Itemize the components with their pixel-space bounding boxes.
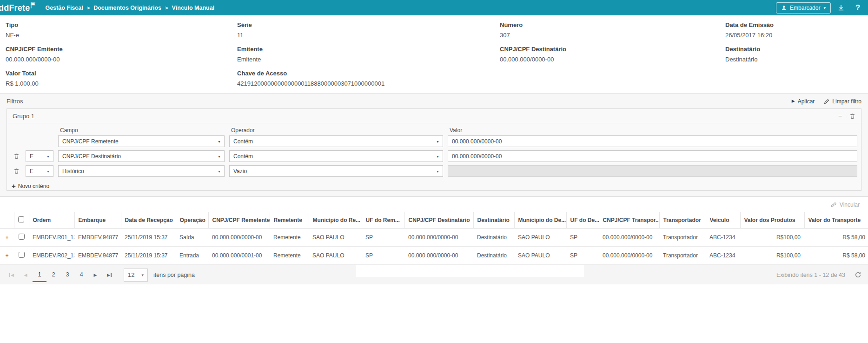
table-row[interactable]: + EMBDEV.R01_13 EMBDEV.94877 25/11/2019 … [0, 229, 868, 247]
page-3-button[interactable]: 3 [60, 268, 74, 282]
row-checkbox[interactable] [19, 252, 25, 258]
column-header-cnpj-remetente[interactable]: CNPJ/CPF Remetente [208, 212, 270, 229]
help-icon: ? [855, 3, 860, 13]
previous-page-button[interactable]: ◀ [19, 269, 33, 282]
breadcrumb-separator-icon: > [165, 5, 168, 11]
filter-group-header: Grupo 1 − [7, 109, 861, 123]
cell-cnpj-destinatario: 00.000.000/0000-00 [404, 229, 473, 247]
apply-filter-button[interactable]: ▶ Aplicar [792, 98, 815, 105]
breadcrumb-item-gestao-fiscal[interactable]: Gestão Fiscal [45, 5, 83, 11]
field-value: Emitente [237, 56, 500, 63]
filter-operator-select[interactable]: Contém [229, 150, 443, 162]
cell-valor-transporte: R$ 58,00 [804, 247, 868, 265]
new-criteria-button[interactable]: + Novo critério [12, 182, 49, 189]
operator-column-label: Operador [229, 127, 443, 134]
column-header-destinatario[interactable]: Destinatário [473, 212, 514, 229]
row-checkbox-cell [14, 247, 29, 265]
vincular-button[interactable]: Vincular [830, 202, 860, 208]
cell-municipio-remetente: SAO PAULO [309, 247, 362, 265]
cell-municipio-remetente: SAO PAULO [309, 229, 362, 247]
refresh-button[interactable] [855, 271, 861, 278]
clear-filter-button[interactable]: Limpar filtro [824, 98, 861, 105]
row-checkbox-cell [14, 229, 29, 247]
cell-cnpj-transportador: 00.000.000/0000-00 [599, 247, 659, 265]
column-header-municipio-remetente[interactable]: Município do Re... [309, 212, 362, 229]
column-header-ordem[interactable]: Ordem [29, 212, 74, 229]
first-page-button[interactable]: ◀ [5, 269, 19, 282]
column-header-uf-remetente[interactable]: UF do Rem... [362, 212, 404, 229]
page-2-button[interactable]: 2 [46, 268, 60, 282]
filter-value-input[interactable] [448, 135, 857, 147]
filter-conjunction-select[interactable]: E [26, 165, 53, 177]
select-all-header [14, 212, 29, 229]
breadcrumb-separator-icon: > [87, 5, 90, 11]
help-button[interactable]: ? [851, 1, 864, 14]
page-1-button[interactable]: 1 [33, 268, 46, 282]
column-header-uf-destinatario[interactable]: UF do De... [566, 212, 599, 229]
select-all-checkbox[interactable] [18, 216, 24, 222]
filter-conjunction-select[interactable]: E [26, 150, 53, 162]
filter-field-select[interactable]: CNPJ/CPF Remetente [58, 135, 225, 147]
page-4-button[interactable]: 4 [74, 268, 88, 282]
delete-group-button[interactable] [849, 113, 855, 119]
breadcrumb-item-vinculo-manual[interactable]: Vínculo Manual [172, 5, 214, 11]
cell-veiculo: ABC-1234 [706, 247, 740, 265]
cell-valor-produtos: R$100,00 [740, 247, 804, 265]
breadcrumb: Gestão Fiscal > Documentos Originários >… [45, 5, 214, 11]
filter-value-input[interactable] [448, 150, 857, 162]
field-value: NF-e [6, 32, 237, 39]
pager-status: Exibindo itens 1 - 12 de 43 [776, 272, 845, 278]
trash-icon [13, 168, 20, 174]
column-header-transportador[interactable]: Transportador [659, 212, 706, 229]
expand-row-button[interactable]: + [0, 229, 14, 247]
cell-veiculo: ABC-1234 [706, 229, 740, 247]
delete-criteria-button[interactable] [12, 168, 21, 174]
field-label: Tipo [6, 20, 237, 32]
filter-field-select[interactable]: Histórico [58, 165, 225, 177]
column-header-cnpj-transportador[interactable]: CNPJ/CPF Transpor... [599, 212, 659, 229]
filter-field-select[interactable]: CNPJ/CPF Destinatário [58, 150, 225, 162]
filters-section: Filtros ▶ Aplicar Limpar filtro Grupo 1 … [0, 94, 868, 197]
last-page-button[interactable]: ▶ [102, 269, 116, 282]
trash-icon [849, 113, 855, 119]
cell-uf-destinatario: SP [566, 229, 599, 247]
column-header-data-recepcao[interactable]: Data de Recepção [121, 212, 176, 229]
topbar: ddFrete Gestão Fiscal > Documentos Origi… [0, 0, 868, 15]
filter-row: E ▼ CNPJ/CPF Destinatário ▼ Contém ▼ [7, 150, 861, 162]
user-icon [781, 5, 787, 11]
column-header-valor-transporte[interactable]: Valor do Transporte [804, 212, 868, 229]
column-header-remetente[interactable]: Remetente [270, 212, 309, 229]
column-header-municipio-destinatario[interactable]: Município do De... [514, 212, 566, 229]
horizontal-scrollbar-track[interactable] [356, 265, 584, 277]
breadcrumb-item-documentos-originarios[interactable]: Documentos Originários [93, 5, 161, 11]
field-label: Destinatário [725, 44, 868, 56]
row-checkbox[interactable] [19, 234, 25, 240]
user-menu-button[interactable]: Embarcador ▾ [776, 2, 831, 13]
page-size-label: itens por página [153, 272, 195, 278]
filter-operator-select[interactable]: Vazio [229, 165, 443, 177]
next-page-button[interactable]: ▶ [88, 269, 102, 282]
column-header-operacao[interactable]: Operação [176, 212, 208, 229]
column-header-cnpj-destinatario[interactable]: CNPJ/CPF Destinatário [404, 212, 473, 229]
delete-criteria-button[interactable] [12, 153, 21, 159]
filter-field-wrap: Histórico ▼ [58, 165, 225, 177]
column-header-embarque[interactable]: Embarque [74, 212, 121, 229]
cell-valor-produtos: R$100,00 [740, 229, 804, 247]
field-value: 4219120000000000000011888000000307100000… [237, 80, 500, 87]
download-button[interactable] [835, 1, 848, 14]
table-row[interactable]: + EMBDEV.R02_13 EMBDEV.94877 25/11/2019 … [0, 247, 868, 265]
cell-cnpj-remetente: 00.000.000/0001-00 [208, 247, 270, 265]
cell-remetente: Remetente [270, 247, 309, 265]
filters-title: Filtros [7, 98, 23, 105]
cell-data-recepcao: 25/11/2019 15:37 [121, 247, 176, 265]
cell-ordem: EMBDEV.R01_13 [29, 229, 74, 247]
app-logo[interactable]: ddFrete [0, 1, 36, 15]
column-header-valor-produtos[interactable]: Valor dos Produtos [740, 212, 804, 229]
cell-destinatario: Destinatário [473, 229, 514, 247]
filter-operator-select[interactable]: Contém [229, 135, 443, 147]
page-size-select[interactable]: 12 ▾ [124, 269, 148, 282]
expand-row-button[interactable]: + [0, 247, 14, 265]
column-header-veiculo[interactable]: Veículo [706, 212, 740, 229]
collapse-group-button[interactable]: − [838, 112, 842, 120]
field-value: 11 [237, 32, 500, 39]
